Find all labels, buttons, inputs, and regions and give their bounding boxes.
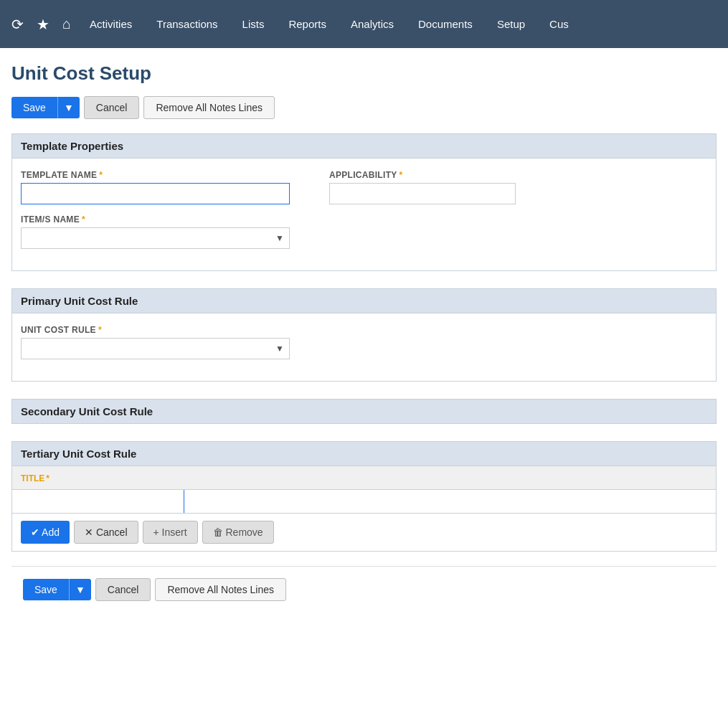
- primary-unit-cost-section: Primary Unit Cost Rule UNIT COST RULE* ▼: [11, 288, 717, 382]
- bottom-cancel-button[interactable]: Cancel: [95, 578, 151, 601]
- items-name-select-wrapper: ▼: [21, 227, 290, 249]
- template-name-label: TEMPLATE NAME*: [21, 170, 301, 180]
- primary-unit-cost-form: UNIT COST RULE* ▼: [11, 313, 717, 382]
- secondary-unit-cost-header: Secondary Unit Cost Rule: [11, 399, 717, 424]
- top-toolbar: Save ▼ Cancel Remove All Notes Lines: [11, 96, 717, 119]
- title-row: TITLE*: [11, 466, 717, 490]
- bottom-toolbar: Save ▼ Cancel Remove All Notes Lines: [11, 566, 717, 613]
- nav-documents[interactable]: Documents: [408, 0, 483, 48]
- nav-cus[interactable]: Cus: [539, 0, 579, 48]
- template-properties-header: Template Properties: [11, 133, 717, 159]
- cancel-button[interactable]: Cancel: [84, 96, 140, 119]
- tertiary-unit-cost-section: Tertiary Unit Cost Rule TITLE* ✔ Add ✕ C…: [11, 441, 717, 552]
- page-title: Unit Cost Setup: [11, 62, 717, 85]
- unit-cost-rule-select[interactable]: [21, 338, 290, 359]
- insert-button[interactable]: + Insert: [143, 521, 198, 544]
- items-name-row: ITEM/S NAME* ▼: [21, 214, 707, 249]
- home-icon[interactable]: ⌂: [58, 16, 75, 32]
- add-button[interactable]: ✔ Add: [21, 521, 70, 544]
- save-dropdown-button[interactable]: ▼: [57, 97, 80, 118]
- unit-cost-rule-select-wrapper: ▼: [21, 338, 290, 359]
- title-text-input-2[interactable]: [184, 490, 716, 513]
- nav-setup[interactable]: Setup: [487, 0, 535, 48]
- bottom-remove-all-notes-button[interactable]: Remove All Notes Lines: [155, 578, 286, 601]
- star-icon[interactable]: ★: [32, 16, 54, 33]
- unit-cost-rule-field: UNIT COST RULE* ▼: [21, 325, 301, 359]
- template-properties-form: TEMPLATE NAME* APPLICABILITY* ITEM/S NAM…: [11, 159, 717, 271]
- title-text-input-1[interactable]: [12, 490, 184, 513]
- title-label: TITLE*: [21, 473, 49, 483]
- save-button[interactable]: Save: [11, 97, 57, 118]
- bottom-save-button-group: Save ▼: [23, 579, 91, 600]
- primary-unit-cost-header: Primary Unit Cost Rule: [11, 288, 717, 313]
- items-name-field: ITEM/S NAME* ▼: [21, 214, 301, 249]
- template-properties-section: Template Properties TEMPLATE NAME* APPLI…: [11, 133, 717, 271]
- template-name-field: TEMPLATE NAME*: [21, 170, 301, 204]
- applicability-label: APPLICABILITY*: [329, 170, 707, 180]
- bottom-save-button[interactable]: Save: [23, 579, 69, 600]
- row-actions: ✔ Add ✕ Cancel + Insert 🗑 Remove: [11, 514, 717, 552]
- template-name-input[interactable]: [21, 183, 290, 204]
- items-name-label: ITEM/S NAME*: [21, 214, 301, 225]
- page-content: Unit Cost Setup Save ▼ Cancel Remove All…: [0, 48, 728, 627]
- nav-reports[interactable]: Reports: [278, 0, 336, 48]
- template-name-row: TEMPLATE NAME* APPLICABILITY*: [21, 170, 707, 204]
- row-cancel-button[interactable]: ✕ Cancel: [74, 521, 138, 544]
- remove-button[interactable]: 🗑 Remove: [202, 521, 274, 544]
- navbar: ⟳ ★ ⌂ Activities Transactions Lists Repo…: [0, 0, 728, 48]
- tertiary-unit-cost-header: Tertiary Unit Cost Rule: [11, 441, 717, 466]
- bottom-save-dropdown-button[interactable]: ▼: [69, 579, 91, 600]
- items-name-select[interactable]: [21, 227, 290, 249]
- nav-activities[interactable]: Activities: [80, 0, 142, 48]
- secondary-unit-cost-section: Secondary Unit Cost Rule: [11, 399, 717, 424]
- applicability-input[interactable]: [329, 183, 516, 204]
- history-icon[interactable]: ⟳: [7, 16, 28, 33]
- nav-transactions[interactable]: Transactions: [146, 0, 227, 48]
- unit-cost-rule-label: UNIT COST RULE*: [21, 325, 301, 335]
- unit-cost-rule-row: UNIT COST RULE* ▼: [21, 325, 707, 359]
- title-input-row: [11, 490, 717, 514]
- applicability-field: APPLICABILITY*: [329, 170, 707, 204]
- nav-lists[interactable]: Lists: [232, 0, 275, 48]
- nav-analytics[interactable]: Analytics: [341, 0, 404, 48]
- save-button-group: Save ▼: [11, 97, 80, 118]
- remove-all-notes-button[interactable]: Remove All Notes Lines: [143, 96, 275, 119]
